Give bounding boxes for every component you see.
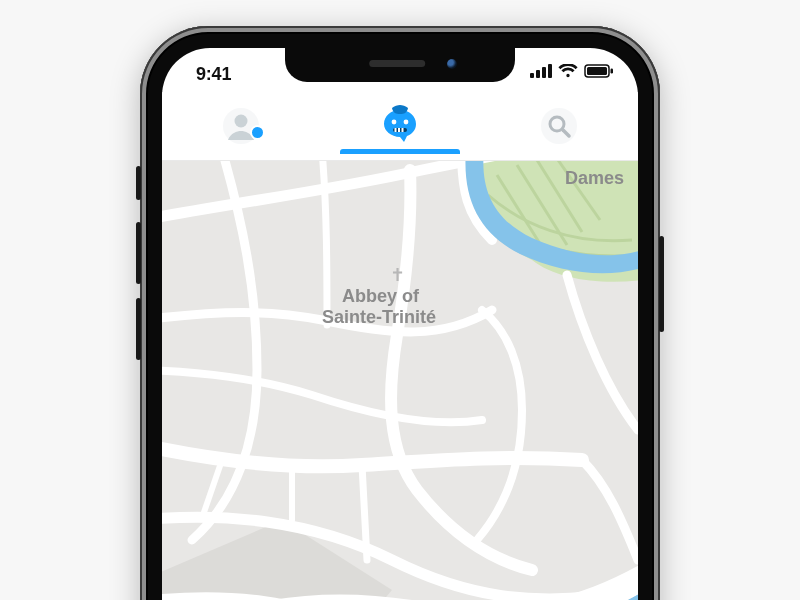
phone-frame: 9:41	[140, 26, 660, 600]
map-label-abbey-1: Abbey of	[342, 286, 419, 307]
status-time: 9:41	[196, 64, 231, 85]
map-label-dames: Dames	[565, 168, 624, 189]
power-button	[659, 236, 664, 332]
svg-rect-12	[394, 128, 396, 132]
svg-point-9	[392, 120, 397, 125]
map-label-abbey-2: Sainte-Trinité	[322, 307, 436, 328]
tab-mascot[interactable]	[350, 98, 450, 154]
volume-down-button	[136, 298, 141, 360]
svg-point-8	[235, 115, 248, 128]
active-tab-indicator	[340, 149, 460, 154]
notch	[285, 48, 515, 82]
svg-rect-14	[401, 128, 403, 132]
svg-rect-13	[398, 128, 400, 132]
top-tab-bar	[162, 92, 638, 160]
mascot-icon	[376, 102, 424, 150]
tab-profile[interactable]	[191, 98, 291, 154]
volume-up-button	[136, 222, 141, 284]
wifi-icon	[558, 64, 578, 78]
svg-rect-1	[536, 70, 540, 78]
battery-icon	[584, 64, 614, 78]
svg-point-15	[541, 108, 577, 144]
svg-rect-3	[548, 64, 552, 78]
church-icon: ✝	[390, 264, 405, 286]
screen: 9:41	[162, 48, 638, 600]
tab-search[interactable]	[509, 98, 609, 154]
svg-rect-2	[542, 67, 546, 78]
map-view[interactable]: Dames ✝ Abbey of Sainte-Trinité	[162, 160, 638, 600]
cellular-icon	[530, 64, 552, 78]
notification-dot	[250, 125, 265, 140]
svg-rect-6	[611, 69, 614, 74]
svg-rect-0	[530, 73, 534, 78]
silence-switch	[136, 166, 141, 200]
svg-rect-5	[587, 67, 607, 75]
search-icon	[540, 107, 578, 145]
svg-point-10	[404, 120, 409, 125]
